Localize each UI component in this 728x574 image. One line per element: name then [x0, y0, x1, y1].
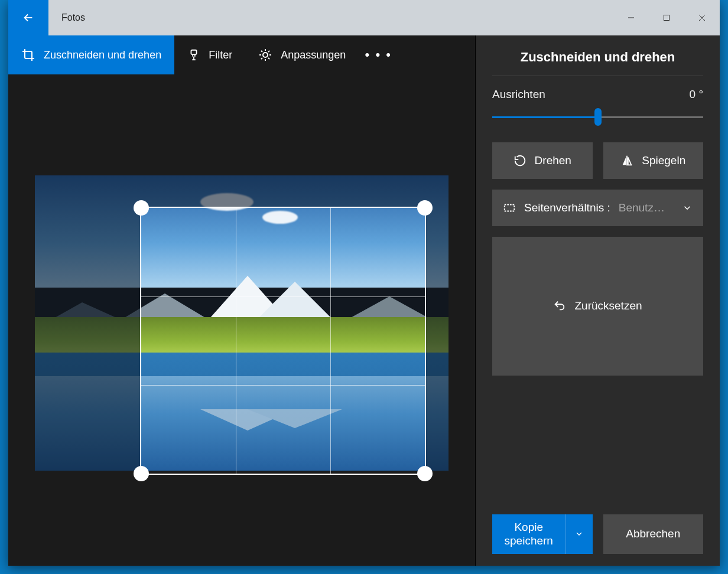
tab-crop-rotate[interactable]: Zuschneiden und drehen: [8, 35, 174, 74]
aspect-value: Benutz…: [619, 201, 674, 214]
side-panel: Zuschneiden und drehen Ausrichten 0 ° Dr…: [475, 35, 720, 566]
panel-title: Zuschneiden und drehen: [492, 50, 703, 76]
minimize-button[interactable]: [613, 0, 649, 35]
editor-toolbar: Zuschneiden und drehen Filter Anpassunge…: [8, 35, 475, 74]
straighten-value: 0 °: [690, 88, 703, 101]
main-panel: Zuschneiden und drehen Filter Anpassunge…: [8, 35, 475, 566]
svg-line-11: [268, 58, 269, 59]
aspect-ratio-button[interactable]: Seitenverhältnis : Benutz…: [492, 190, 703, 226]
maximize-button[interactable]: [649, 0, 684, 35]
svg-rect-1: [664, 15, 670, 21]
close-button[interactable]: [684, 0, 720, 35]
button-label: Kopie speichern: [500, 520, 557, 549]
aspect-icon: [503, 201, 516, 214]
svg-line-13: [268, 51, 269, 52]
crop-handle-bottom-left[interactable]: [134, 466, 149, 481]
grid-line: [141, 385, 425, 386]
straighten-slider[interactable]: [492, 108, 703, 126]
brightness-icon: [258, 48, 272, 62]
svg-rect-28: [505, 205, 515, 211]
content-area: Zuschneiden und drehen Filter Anpassunge…: [8, 35, 720, 566]
close-icon: [698, 14, 706, 21]
tab-label: Filter: [209, 49, 232, 61]
svg-rect-4: [191, 50, 197, 54]
arrow-left-icon: [22, 11, 35, 24]
app-window: Fotos Zuschneiden und drehen: [8, 0, 720, 566]
minimize-icon: [628, 14, 635, 21]
crop-icon: [21, 48, 35, 62]
title-bar: Fotos: [8, 0, 720, 35]
canvas-area: [8, 74, 475, 566]
button-label: Spiegeln: [642, 154, 685, 167]
window-title: Fotos: [48, 0, 613, 35]
straighten-section: Ausrichten 0 °: [492, 88, 703, 126]
grid-line: [330, 208, 331, 474]
tab-filter[interactable]: Filter: [174, 35, 245, 74]
grid-line: [236, 208, 236, 474]
rotate-button[interactable]: Drehen: [492, 142, 593, 179]
button-label: Drehen: [535, 154, 571, 167]
image-stage: [35, 175, 448, 471]
slider-thumb[interactable]: [594, 108, 602, 126]
flip-button[interactable]: Spiegeln: [603, 142, 704, 179]
ellipsis-icon: • • •: [365, 47, 392, 63]
svg-line-12: [261, 58, 262, 59]
svg-point-5: [263, 53, 268, 57]
crop-handle-bottom-right[interactable]: [417, 466, 433, 481]
svg-line-10: [261, 51, 262, 52]
crop-rectangle[interactable]: [141, 208, 425, 474]
straighten-label: Ausrichten: [492, 88, 545, 101]
rotate-icon: [514, 154, 526, 167]
maximize-icon: [663, 14, 670, 21]
save-copy-button[interactable]: Kopie speichern: [492, 514, 566, 555]
crop-handle-top-left[interactable]: [134, 200, 149, 216]
svg-marker-26: [623, 158, 626, 165]
button-label: Zurücksetzen: [574, 299, 642, 312]
grid-line: [141, 296, 425, 297]
svg-marker-27: [628, 158, 632, 165]
bottom-actions: Kopie speichern Abbrechen: [492, 514, 703, 555]
tab-label: Zuschneiden und drehen: [44, 49, 161, 61]
crop-preview: [141, 208, 425, 474]
save-split-button: Kopie speichern: [492, 514, 593, 555]
tab-label: Anpassungen: [281, 49, 346, 61]
undo-icon: [553, 299, 566, 312]
flip-icon: [620, 154, 633, 167]
chevron-down-icon: [574, 529, 584, 539]
window-controls: [613, 0, 720, 35]
brush-icon: [187, 48, 200, 61]
aspect-label: Seitenverhältnis :: [524, 201, 610, 214]
cancel-button[interactable]: Abbrechen: [603, 514, 704, 555]
chevron-down-icon: [682, 203, 693, 213]
save-dropdown-button[interactable]: [566, 514, 593, 555]
button-label: Abbrechen: [626, 527, 680, 540]
more-button[interactable]: • • •: [359, 35, 398, 74]
tab-adjustments[interactable]: Anpassungen: [245, 35, 359, 74]
reset-button[interactable]: Zurücksetzen: [492, 237, 703, 376]
crop-handle-top-right[interactable]: [417, 200, 433, 216]
back-button[interactable]: [8, 0, 48, 35]
